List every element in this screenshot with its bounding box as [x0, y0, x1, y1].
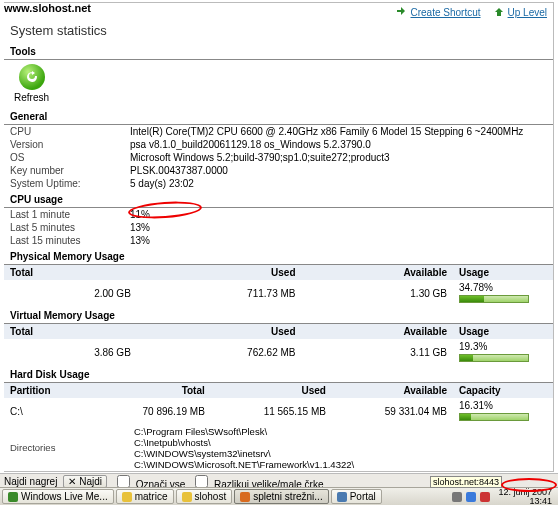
messenger-icon	[8, 492, 18, 502]
url-watermark: www.slohost.net	[4, 2, 91, 14]
table-row: 3.86 GB 762.62 MB 3.11 GB 19.3%	[4, 339, 553, 365]
phys-used: 711.73 MB	[137, 280, 302, 306]
section-general: General	[4, 109, 553, 125]
key-label: Key number	[10, 165, 130, 176]
section-cpu-usage: CPU usage	[4, 192, 553, 208]
os-value: Microsoft Windows 5.2;build-3790;sp1.0;s…	[130, 152, 547, 163]
directories-label: Directories	[10, 442, 55, 453]
tray-icon	[480, 492, 490, 502]
tray-icon	[452, 492, 462, 502]
col-used: Used	[137, 324, 302, 339]
up-level-icon	[493, 6, 505, 18]
task-label: spletni strežni...	[253, 490, 322, 504]
annotation-circle-date	[501, 478, 557, 492]
disk-capacity-bar	[459, 413, 529, 421]
taskbar-item-live-messenger[interactable]: Windows Live Me...	[2, 489, 114, 504]
taskbar-item-portal[interactable]: Portal	[331, 489, 382, 504]
cpu-value: Intel(R) Core(TM)2 CPU 6600 @ 2.40GHz x8…	[130, 126, 547, 137]
disk-partition: C:\	[4, 398, 90, 424]
task-label: Portal	[350, 490, 376, 504]
disk-used: 11 565.15 MB	[211, 398, 332, 424]
directories-block: Directories C:\Program Files\SWsoft\Ples…	[4, 424, 553, 472]
col-available: Available	[301, 324, 453, 339]
disk-capacity-fill	[460, 414, 471, 420]
tray-icon	[466, 492, 476, 502]
dir-line: C:\Inetpub\vhosts\	[134, 437, 547, 448]
system-tray: slohost.net:8443 12. junij 2007 13:41	[448, 488, 556, 505]
page-title: System statistics	[4, 21, 553, 42]
folder-icon	[122, 492, 132, 502]
phys-mem-table: Total Used Available Usage 2.00 GB 711.7…	[4, 265, 553, 306]
refresh-button[interactable]: Refresh	[14, 64, 49, 103]
section-virt-mem: Virtual Memory Usage	[4, 308, 553, 324]
virt-used: 762.62 MB	[137, 339, 302, 365]
shortcut-icon	[395, 6, 407, 18]
col-total: Total	[90, 383, 211, 398]
disk-total: 70 896.19 MB	[90, 398, 211, 424]
ie-icon	[337, 492, 347, 502]
create-shortcut-link[interactable]: Create Shortcut	[395, 6, 480, 18]
virt-total: 3.86 GB	[4, 339, 137, 365]
virt-avail: 3.11 GB	[301, 339, 453, 365]
tray-tooltip: slohost.net:8443	[430, 476, 502, 488]
virt-mem-table: Total Used Available Usage 3.86 GB 762.6…	[4, 324, 553, 365]
task-label: Windows Live Me...	[21, 490, 108, 504]
refresh-label: Refresh	[14, 92, 49, 103]
col-usage: Usage	[453, 324, 553, 339]
taskbar-item-spletni[interactable]: spletni strežni...	[234, 489, 328, 504]
task-label: slohost	[195, 490, 227, 504]
cpu-15m-label: Last 15 minutes	[10, 235, 130, 246]
find-next-label: Najdi nagrej	[4, 476, 57, 487]
cpu-label: CPU	[10, 126, 130, 137]
table-row: 2.00 GB 711.73 MB 1.30 GB 34.78%	[4, 280, 553, 306]
phys-usage-bar	[459, 295, 529, 303]
cpu-5m-label: Last 5 minutes	[10, 222, 130, 233]
tray-time: 13:41	[498, 497, 552, 506]
col-capacity: Capacity	[453, 383, 553, 398]
phys-total: 2.00 GB	[4, 280, 137, 306]
disk-capacity-pct: 16.31%	[459, 400, 493, 411]
col-total: Total	[4, 265, 137, 280]
disk-table: Partition Total Used Available Capacity …	[4, 383, 553, 424]
col-usage: Usage	[453, 265, 553, 280]
section-tools: Tools	[4, 44, 553, 60]
refresh-icon	[19, 64, 45, 90]
dir-line: C:\WINDOWS\system32\inetsrv\	[134, 448, 547, 459]
col-partition: Partition	[4, 383, 90, 398]
phys-avail: 1.30 GB	[301, 280, 453, 306]
cpu-1m-label: Last 1 minute	[10, 209, 130, 220]
col-available: Available	[301, 265, 453, 280]
dir-line: C:\WINDOWS\Microsoft.NET\Framework\v1.1.…	[134, 459, 547, 470]
create-shortcut-label: Create Shortcut	[410, 7, 480, 18]
firefox-icon	[240, 492, 250, 502]
virt-usage-pct: 19.3%	[459, 341, 487, 352]
phys-usage-fill	[460, 296, 484, 302]
find-button-label: Najdi	[79, 476, 102, 487]
disk-avail: 59 331.04 MB	[332, 398, 453, 424]
taskbar-item-matrice[interactable]: matrice	[116, 489, 174, 504]
version-value: psa v8.1.0_build20061129.18 os_Windows 5…	[130, 139, 547, 150]
folder-icon	[182, 492, 192, 502]
cpu-15m-value: 13%	[130, 235, 547, 246]
up-level-label: Up Level	[508, 7, 547, 18]
main-panel: Create Shortcut Up Level System statisti…	[4, 2, 554, 472]
col-total: Total	[4, 324, 137, 339]
uptime-label: System Uptime:	[10, 178, 130, 189]
section-hard-disk: Hard Disk Usage	[4, 367, 553, 383]
virt-usage-bar	[459, 354, 529, 362]
section-phys-mem: Physical Memory Usage	[4, 249, 553, 265]
col-used: Used	[137, 265, 302, 280]
up-level-link[interactable]: Up Level	[493, 6, 547, 18]
col-available: Available	[332, 383, 453, 398]
table-row: C:\ 70 896.19 MB 11 565.15 MB 59 331.04 …	[4, 398, 553, 424]
taskbar: Windows Live Me... matrice slohost splet…	[0, 487, 558, 505]
phys-usage-pct: 34.78%	[459, 282, 493, 293]
task-label: matrice	[135, 490, 168, 504]
cpu-5m-value: 13%	[130, 222, 547, 233]
key-value: PLSK.00437387.0000	[130, 165, 547, 176]
taskbar-item-slohost[interactable]: slohost	[176, 489, 233, 504]
dir-line: C:\Program Files\SWsoft\Plesk\	[134, 426, 547, 437]
uptime-value: 5 day(s) 23:02	[130, 178, 547, 189]
os-label: OS	[10, 152, 130, 163]
find-button[interactable]: ✕ Najdi	[63, 475, 107, 488]
